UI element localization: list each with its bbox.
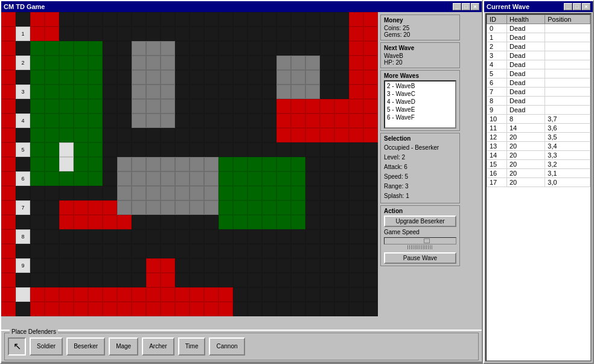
cell[interactable]	[59, 27, 74, 41]
cell[interactable]	[291, 157, 305, 171]
wave-maximize-btn[interactable]: □	[573, 3, 581, 10]
cell[interactable]	[59, 99, 74, 113]
cell[interactable]	[59, 12, 74, 27]
cell[interactable]	[16, 157, 30, 171]
cell[interactable]	[334, 128, 349, 142]
cell[interactable]	[248, 287, 262, 302]
cell[interactable]	[88, 41, 103, 56]
cell[interactable]	[74, 128, 88, 142]
cell[interactable]	[175, 273, 190, 287]
cell[interactable]	[363, 128, 378, 142]
cell[interactable]	[88, 273, 103, 287]
cell[interactable]	[305, 12, 320, 27]
cell[interactable]	[276, 244, 291, 258]
cell[interactable]	[363, 12, 378, 27]
cell[interactable]	[146, 85, 161, 99]
cell[interactable]	[117, 273, 132, 287]
cell[interactable]	[45, 186, 59, 200]
cell[interactable]	[175, 41, 190, 56]
cell[interactable]	[132, 258, 146, 273]
cell[interactable]	[334, 56, 349, 70]
cell[interactable]	[305, 302, 320, 316]
cell[interactable]	[16, 128, 30, 142]
cell[interactable]	[59, 157, 74, 171]
cell[interactable]	[262, 200, 276, 215]
cell[interactable]: 8	[16, 229, 30, 244]
cell[interactable]	[30, 186, 45, 200]
cell[interactable]	[74, 200, 88, 215]
cell[interactable]	[320, 186, 334, 200]
cell[interactable]	[291, 12, 305, 27]
cell[interactable]	[30, 113, 45, 128]
cell[interactable]	[45, 128, 59, 142]
cell[interactable]	[1, 128, 16, 142]
cell[interactable]	[103, 70, 117, 85]
cursor-tool[interactable]: ↖	[8, 337, 26, 356]
cell[interactable]	[305, 273, 320, 287]
cell[interactable]	[248, 273, 262, 287]
cell[interactable]	[146, 302, 161, 316]
cell[interactable]	[117, 56, 132, 70]
cell[interactable]	[59, 200, 74, 215]
cell[interactable]	[1, 171, 16, 186]
cell[interactable]	[16, 186, 30, 200]
cell[interactable]	[132, 229, 146, 244]
cell[interactable]	[276, 287, 291, 302]
cell[interactable]	[45, 85, 59, 99]
cell[interactable]	[320, 229, 334, 244]
cell[interactable]	[161, 302, 175, 316]
cell[interactable]	[349, 12, 363, 27]
cell[interactable]	[161, 27, 175, 41]
cell[interactable]	[204, 157, 219, 171]
cell[interactable]	[190, 85, 204, 99]
cell[interactable]	[349, 302, 363, 316]
cell[interactable]	[233, 186, 248, 200]
cell[interactable]	[132, 41, 146, 56]
cell[interactable]	[305, 171, 320, 186]
cell[interactable]	[219, 142, 233, 157]
cell[interactable]	[146, 157, 161, 171]
cell[interactable]	[30, 70, 45, 85]
cell[interactable]	[190, 99, 204, 113]
cell[interactable]	[291, 99, 305, 113]
cell[interactable]	[59, 113, 74, 128]
cell[interactable]	[305, 56, 320, 70]
cell[interactable]	[334, 215, 349, 229]
cell[interactable]	[59, 229, 74, 244]
cell[interactable]	[1, 56, 16, 70]
cell[interactable]	[349, 70, 363, 85]
cell[interactable]	[291, 70, 305, 85]
cell[interactable]	[103, 200, 117, 215]
cell[interactable]	[219, 244, 233, 258]
cell[interactable]	[233, 113, 248, 128]
cell[interactable]	[320, 258, 334, 273]
cell[interactable]	[30, 258, 45, 273]
cell[interactable]	[320, 99, 334, 113]
cell[interactable]	[190, 229, 204, 244]
cell[interactable]	[117, 215, 132, 229]
cell[interactable]	[363, 287, 378, 302]
cell[interactable]	[161, 244, 175, 258]
cell[interactable]	[74, 113, 88, 128]
cell[interactable]	[305, 99, 320, 113]
cell[interactable]: 6	[16, 171, 30, 186]
cell[interactable]	[88, 215, 103, 229]
cell[interactable]	[349, 56, 363, 70]
wave-close-btn[interactable]: ×	[582, 3, 590, 10]
cell[interactable]	[161, 113, 175, 128]
cell[interactable]	[16, 302, 30, 316]
cell[interactable]	[291, 258, 305, 273]
cell[interactable]	[74, 215, 88, 229]
cell[interactable]	[262, 287, 276, 302]
cell[interactable]	[146, 70, 161, 85]
cell[interactable]	[103, 41, 117, 56]
cell[interactable]	[219, 273, 233, 287]
cell[interactable]	[103, 56, 117, 70]
cell[interactable]	[190, 287, 204, 302]
cell[interactable]	[1, 12, 16, 27]
cell[interactable]	[59, 70, 74, 85]
cell[interactable]	[204, 258, 219, 273]
cell[interactable]	[291, 27, 305, 41]
cell[interactable]	[88, 302, 103, 316]
cell[interactable]	[59, 244, 74, 258]
